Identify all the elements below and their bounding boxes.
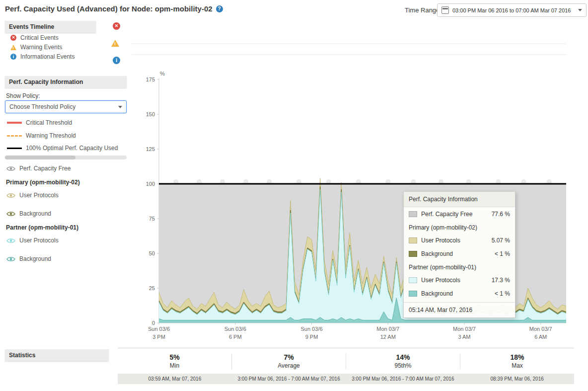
svg-text:Sun 03/6: Sun 03/6: [148, 326, 170, 332]
perf-capacity-info-header: Perf. Capacity Information: [5, 76, 127, 88]
svg-text:175: 175: [146, 77, 155, 82]
events-timeline-header: Events Timeline: [5, 21, 96, 33]
legend-label: Critical Events: [20, 34, 59, 41]
legend-informational-events: Informational Events: [10, 53, 74, 60]
svg-text:6 PM: 6 PM: [229, 334, 242, 340]
threshold-policy-select[interactable]: Choose Threshold Policy: [5, 100, 127, 113]
svg-text:0: 0: [152, 320, 155, 326]
series-toggle-label: Perf. Capacity Free: [19, 165, 71, 172]
tooltip-title: Perf. Capacity Information: [404, 192, 515, 207]
tooltip-label: User Protocols: [421, 277, 460, 284]
series-toggle-primary-background[interactable]: Background: [6, 210, 51, 217]
warning-threshold-line: [7, 135, 22, 137]
tooltip-label: Background: [421, 290, 453, 297]
tooltip-row: User Protocols 5.07 %: [404, 234, 515, 247]
stat-date: 3:00 PM Mar 06, 2016 - 7:00 AM Mar 07, 2…: [232, 376, 346, 382]
series-toggle-label: Background: [19, 210, 51, 217]
scrollbar-thumb[interactable]: [5, 156, 75, 159]
critical-threshold-line: [7, 122, 22, 124]
tooltip-row: Background < 1 %: [404, 247, 515, 260]
legend-critical-events: Critical Events: [10, 34, 59, 41]
stat-label: Min: [118, 362, 231, 369]
svg-text:25: 25: [149, 285, 155, 291]
series-toggle-label: Background: [19, 255, 51, 262]
statistics-dates-row: 03:59 AM, Mar 07, 2016 3:00 PM Mar 06, 2…: [118, 374, 574, 384]
tooltip-value: 17.3 %: [492, 277, 510, 284]
svg-text:Mon 03/7: Mon 03/7: [453, 326, 476, 332]
svg-text:Mon 03/7: Mon 03/7: [529, 326, 552, 332]
info-events-row-icon[interactable]: [113, 57, 120, 64]
time-range-label: Time Range: [405, 6, 440, 14]
tooltip-value: 5.07 %: [492, 237, 510, 244]
show-policy-label: Show Policy:: [6, 92, 40, 99]
info-icon: [10, 54, 16, 60]
series-swatch: [409, 291, 417, 297]
series-toggle-label: User Protocols: [19, 192, 59, 199]
legend-label: Warning Events: [20, 44, 62, 51]
eye-icon: [6, 211, 15, 217]
series-toggle-label: User Protocols: [19, 237, 59, 244]
tooltip-value: < 1 %: [495, 290, 510, 297]
warning-icon: [10, 45, 16, 50]
stat-date: 03:59 AM, Mar 07, 2016: [118, 376, 232, 382]
legend-label: Informational Events: [20, 53, 74, 60]
series-swatch: [409, 251, 417, 257]
series-swatch: [409, 211, 417, 217]
page-title-text: Perf. Capacity Used (Advanced) for Node:…: [5, 4, 213, 13]
stat-min: 5% Min: [118, 353, 231, 369]
svg-text:150: 150: [146, 111, 155, 117]
time-range-value: 03:00 PM Mar 06 2016 to 07:00 AM Mar 07 …: [452, 7, 575, 13]
series-toggle-perf-capacity-free[interactable]: Perf. Capacity Free: [6, 165, 71, 172]
svg-text:Sun 03/6: Sun 03/6: [224, 326, 246, 332]
help-icon[interactable]: [216, 5, 223, 12]
svg-text:3 PM: 3 PM: [152, 334, 165, 340]
stat-date: 08:39 PM, Mar 06, 2016: [460, 376, 574, 382]
legend-critical-threshold: Critical Threshold: [7, 119, 72, 126]
svg-text:3 AM: 3 AM: [458, 334, 470, 340]
statistics-header: Statistics: [5, 349, 109, 361]
stat-label: 95th%: [346, 362, 460, 369]
series-toggle-partner-user-protocols[interactable]: User Protocols: [6, 237, 59, 244]
stat-value: 5%: [118, 353, 231, 361]
tooltip-row: Background < 1 %: [404, 287, 515, 300]
optimal-line-swatch: [7, 148, 22, 149]
chart-tooltip: Perf. Capacity Information Perf. Capacit…: [403, 191, 515, 318]
chevron-down-icon: [578, 9, 582, 11]
chevron-down-icon: [118, 106, 122, 108]
series-swatch: [409, 237, 417, 243]
time-range-picker[interactable]: 03:00 PM Mar 06 2016 to 07:00 AM Mar 07 …: [437, 3, 587, 17]
svg-text:125: 125: [146, 146, 155, 152]
series-toggle-primary-user-protocols[interactable]: User Protocols: [6, 192, 59, 199]
eye-icon: [6, 238, 15, 243]
legend-label: Critical Threshold: [26, 119, 72, 126]
tooltip-timestamp: 05:14 AM, Mar 07, 2016: [404, 302, 515, 317]
calendar-icon: [441, 6, 449, 14]
svg-text:6 AM: 6 AM: [534, 334, 547, 340]
critical-icon: [10, 35, 16, 41]
svg-text:Mon 03/7: Mon 03/7: [376, 326, 399, 332]
series-toggle-partner-background[interactable]: Background: [6, 255, 51, 262]
eye-icon: [6, 166, 15, 171]
stat-date: 3:00 PM Mar 06, 2016 - 7:00 AM Mar 07, 2…: [346, 376, 460, 382]
legend-scrollbar[interactable]: [5, 156, 127, 159]
warning-events-row-icon[interactable]: [111, 40, 119, 47]
eye-icon: [6, 256, 15, 262]
legend-label: 100% Optimal Perf. Capacity Used: [26, 145, 118, 152]
tooltip-label: Perf. Capacity Free: [421, 211, 472, 218]
svg-text:50: 50: [149, 250, 155, 256]
legend-warning-events: Warning Events: [10, 44, 62, 51]
svg-text:Sun 03/6: Sun 03/6: [300, 326, 322, 332]
tooltip-label: Background: [421, 250, 453, 257]
tooltip-row: User Protocols 17.3 %: [404, 273, 515, 287]
critical-events-row-icon[interactable]: [113, 22, 120, 30]
stat-label: Average: [232, 362, 346, 369]
tooltip-value: < 1 %: [495, 250, 510, 257]
stat-value: 18%: [460, 353, 574, 361]
legend-label: Warning Threshold: [26, 132, 76, 139]
statistics-panel: 5% Min 7% Average 14% 95th% 18% Max 03:5…: [118, 348, 574, 384]
svg-text:9 PM: 9 PM: [305, 334, 318, 340]
tooltip-value: 77.6 %: [492, 211, 510, 218]
page-title: Perf. Capacity Used (Advanced) for Node:…: [5, 4, 223, 13]
tooltip-row: Perf. Capacity Free 77.6 %: [404, 207, 515, 221]
perf-capacity-page: Perf. Capacity Used (Advanced) for Node:…: [0, 0, 588, 391]
